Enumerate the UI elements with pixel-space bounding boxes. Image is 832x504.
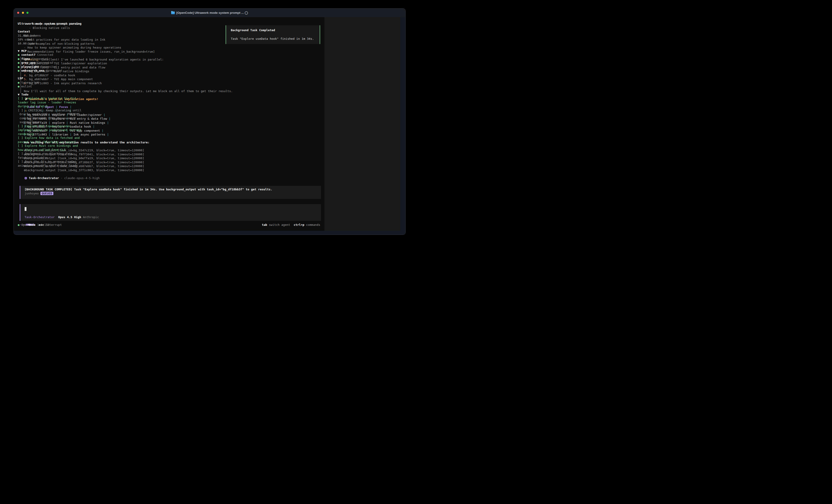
text-run-grn: during data fetch xyxy=(18,105,48,108)
text-run-cy: | xyxy=(105,121,109,124)
close-button[interactable] xyxy=(17,12,19,14)
text-run-w: explore xyxy=(52,121,64,124)
text-run-pur: Focus xyxy=(59,105,68,109)
text-run-g: suggestions xyxy=(18,120,39,124)
text-run-wb: Code xyxy=(28,223,35,226)
text-run-dim: · claude-opus-4-5-high xyxy=(59,176,100,180)
text-run-w: Ink async patterns xyxy=(74,133,105,136)
terminal-line: implementation to understand current xyxy=(18,128,82,132)
text-run-grn: [ ] Explore Rust core bindings and xyxy=(18,144,78,147)
text-run-w xyxy=(55,216,58,219)
text-run-gdot: ● xyxy=(18,69,22,72)
text-run-w: Rust native bindings xyxy=(70,121,105,124)
text-run-g: CRITICAL: Keep iterating until xyxy=(28,109,81,112)
text-run-dim: Connected xyxy=(35,61,53,64)
terminal-window: - Heavy computation in render - Blocking… xyxy=(14,8,406,235)
terminal-line: [ ] Explore Rust core bindings and xyxy=(18,144,78,148)
terminal-line: Task-Orchestrator · claude-opus-4-5-high xyxy=(25,176,100,180)
text-run-wb: Opus 4.5 High xyxy=(58,216,81,219)
text-run-cy: | xyxy=(100,129,104,132)
terminal-line: [ ] Explore how data is fetched and xyxy=(18,136,80,140)
terminal-line: [ ] Explore TUI loader/spinner xyxy=(18,124,71,128)
terminal-line: ▼ MCP xyxy=(18,49,27,53)
terminal-line: ● figma Connected xyxy=(18,57,48,61)
terminal-line: Now I'll wait for all of them to complet… xyxy=(24,89,233,93)
terminal-line: - How to keep spinner animating during h… xyxy=(24,46,121,50)
text-run-wb: context7 xyxy=(21,53,35,56)
minimize-button[interactable] xyxy=(22,12,24,14)
text-run-grn: [ ] Explore TUI loader/spinner xyxy=(18,124,71,128)
text-run-warn: ⚠ xyxy=(25,109,28,112)
text-run-g: [ ] xyxy=(18,109,25,112)
text-run-gdot: ● xyxy=(18,65,22,68)
notification-toast[interactable]: Background Task Completed Task "Explore … xyxy=(226,25,320,44)
text-run-dim: Connected xyxy=(44,69,62,72)
text-run-cy: | xyxy=(47,133,52,136)
terminal-line: junhoyeo QUEUED xyxy=(25,192,53,196)
text-run-gdot: ● xyxy=(18,61,22,64)
text-run-gdot: ● xyxy=(18,85,22,88)
text-run-dim: Connected xyxy=(35,53,53,56)
text-cursor xyxy=(25,207,27,211)
background-task-message-block: [BACKGROUND TASK COMPLETED] Task "Explor… xyxy=(20,186,321,199)
terminal-line: - Best practices for async data loading … xyxy=(24,38,105,42)
text-run-grn: [ ] Complete ALL tasks to fix CLI xyxy=(18,96,76,100)
terminal-line: completion with ZERO improvement xyxy=(18,116,76,120)
text-run-g: typescript xyxy=(21,81,39,84)
text-run-g: [ ] Test the fix to ensure loader xyxy=(18,160,76,163)
text-run-g: eslint xyxy=(21,85,32,88)
text-run-dim: 1.0.152 xyxy=(35,223,50,226)
text-run-cy: | xyxy=(47,121,52,124)
text-run-wb: ▼ Todo xyxy=(18,93,28,96)
text-run-num: 4. xyxy=(24,74,29,77)
terminal-line: rendering xyxy=(18,132,34,136)
terminal-line: LSP xyxy=(18,76,23,80)
text-run-cy: | xyxy=(54,105,59,109)
terminal-line: 31,686 tokens xyxy=(18,34,41,38)
notification-body: Task "Explore useData hook" finished in … xyxy=(231,37,314,41)
text-run-g: [ ] Implement non-blocking data xyxy=(18,152,73,156)
text-run-wb: figma xyxy=(21,57,30,60)
text-run-g: Now I'll wait for all of them to complet… xyxy=(24,89,233,93)
terminal-line: - Blocking native calls xyxy=(24,26,70,30)
terminal-line: fetching solution xyxy=(18,156,48,160)
keybinding-hints: tab switch agent ctrl+p commands xyxy=(262,223,320,227)
terminal-line: ● typescript xyxy=(18,81,39,85)
zoom-button[interactable] xyxy=(26,12,28,14)
text-run-g: bg_37f1c003 - Ink async patterns researc… xyxy=(29,82,102,85)
text-run-g: - How to keep spinner animating during h… xyxy=(24,46,121,49)
text-run-wb: [BACKGROUND TASK COMPLETED] Task "Explor… xyxy=(25,188,272,191)
text-run-wb: Context xyxy=(18,30,30,33)
text-run-dim: Connected xyxy=(30,57,48,60)
sidebar xyxy=(324,17,400,231)
terminal-line: ● websearch_exa Connected xyxy=(18,68,62,73)
text-run-dim: junhoyeo xyxy=(25,192,41,195)
folder-icon xyxy=(171,11,175,14)
window-right-padding xyxy=(400,17,406,231)
text-run-cy: | xyxy=(91,125,95,128)
terminal-line: ● context7 Connected xyxy=(18,53,53,57)
text-run-gdot: ● xyxy=(18,223,22,226)
text-run-g: fetching solution xyxy=(18,156,48,160)
terminal-line: [BACKGROUND TASK COMPLETED] Task "Explor… xyxy=(25,188,272,192)
text-run-cy: | xyxy=(102,113,105,116)
text-run-agentbox xyxy=(25,177,27,179)
terminal-line: 4. bg_df18bb3f - useData hook xyxy=(24,74,75,78)
terminal-line: ● OpenCode 1.0.152 xyxy=(18,223,50,227)
terminal-line: [ ] Implement non-blocking data xyxy=(18,152,73,156)
terminal-line: Oracle explicitly verifies PERFECT xyxy=(18,112,80,116)
terminal-line: 16% used xyxy=(18,37,32,41)
text-run-wb: grep_app xyxy=(21,61,35,64)
text-run-wb: Task-Orchestrator xyxy=(29,176,59,180)
titlebar[interactable]: [OpenCode] Ultrawork mode system prompt … xyxy=(14,8,406,17)
text-run-g: 31,686 tokens xyxy=(18,34,41,37)
text-run-g: $0.00 spent xyxy=(18,42,37,45)
terminal-line: ⚙background_output [task_id=bg_37f1c003,… xyxy=(24,168,144,172)
text-run-g: bg_df18bb3f - useData hook xyxy=(29,74,75,77)
text-run-gdot: ● xyxy=(18,81,22,84)
terminal-line: ▼ Todo xyxy=(18,92,28,96)
prompt-input-block[interactable]: Task-Orchestrator Opus 4.5 High Anthropi… xyxy=(20,204,321,221)
text-run-g: Oracle explicitly verifies PERFECT xyxy=(18,112,80,116)
text-run-wb: ctrl+p xyxy=(294,223,304,226)
terminal-line: suggestions xyxy=(18,120,39,124)
